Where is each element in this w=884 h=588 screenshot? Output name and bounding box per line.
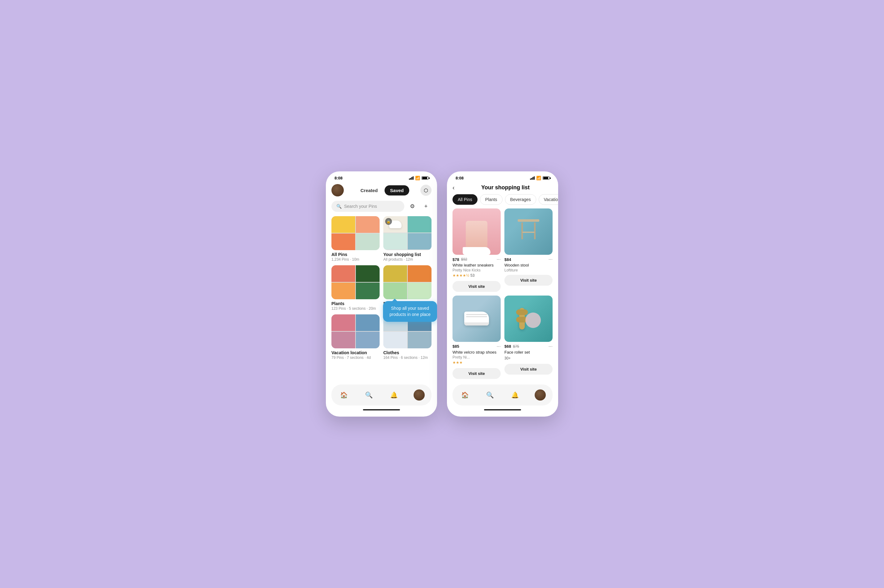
- board-clothes-title: Clothes: [383, 350, 431, 355]
- product-sneakers[interactable]: $78 $92 ··· White leather sneakers Prett…: [453, 208, 501, 292]
- search-input-wrap[interactable]: 🔍 Search your Pins: [332, 201, 404, 212]
- tooltip-bubble: Shop all your saved products in one plac…: [383, 301, 437, 322]
- stars-row-velcro: ★★★: [453, 360, 501, 365]
- board-shopping-list[interactable]: 🔒 Your shopping list All products · 12m: [383, 216, 431, 262]
- price-current-stool: $84: [504, 257, 511, 262]
- status-bar-1: 8:08 📶: [326, 171, 437, 182]
- product-name-velcro: White velcro strap shoes: [453, 350, 501, 355]
- search-placeholder: Search your Pins: [344, 204, 377, 209]
- wifi-icon-2: 📶: [536, 176, 541, 180]
- price-current-roller: $68: [504, 344, 511, 349]
- visit-btn-stool[interactable]: Visit site: [504, 275, 552, 286]
- filter-tab-vacation[interactable]: Vacation: [539, 194, 558, 205]
- settings-icon[interactable]: ⬡: [420, 184, 431, 196]
- filter-tab-plants[interactable]: Plants: [480, 194, 503, 205]
- review-count-sneakers: 53: [470, 273, 474, 278]
- product-sneakers-image: [453, 208, 501, 255]
- filter-icon[interactable]: ⚙: [407, 201, 418, 212]
- stars-row-sneakers: ★★★★½ 53: [453, 273, 501, 278]
- product-velcro-image: [453, 296, 501, 342]
- velcro-shoe-shape: [464, 312, 489, 326]
- product-sneakers-info: $78 $92 ··· White leather sneakers Prett…: [453, 256, 501, 292]
- price-current-sneakers: $78: [453, 257, 459, 262]
- product-roller-info: $68 $75 ··· Face roller set 30+ Visit si…: [504, 344, 552, 375]
- bottom-nav-2: 🏠 🔍 🔔: [453, 384, 552, 405]
- roller-set-shape: [516, 303, 541, 334]
- board-plants-images: [332, 265, 380, 299]
- board-shopping-meta: All products · 12m: [383, 257, 431, 262]
- price-current-velcro: $85: [453, 344, 459, 349]
- filter-tabs: All Pins Plants Beverages Vacation C: [447, 194, 558, 208]
- status-bar-2: 8:08 📶: [447, 171, 558, 182]
- board-vacation[interactable]: Vacation location 79 Pins · 7 sections ·…: [332, 314, 380, 360]
- add-icon[interactable]: +: [420, 201, 431, 212]
- product-roller-image: [504, 296, 552, 342]
- board-all-pins-images: [332, 216, 380, 250]
- board-beverages-images: [383, 265, 431, 299]
- nav-profile-2[interactable]: [533, 388, 548, 402]
- product-roller[interactable]: $68 $75 ··· Face roller set 30+ Visit si…: [504, 296, 552, 379]
- bottom-nav-1: 🏠 🔍 🔔: [332, 384, 431, 405]
- status-icons-2: 📶: [530, 176, 549, 180]
- nav-notifications[interactable]: 🔔: [387, 388, 402, 402]
- search-icon: 🔍: [336, 204, 342, 209]
- time-2: 8:08: [456, 176, 464, 180]
- board-shopping-images: 🔒: [383, 216, 431, 250]
- board-shopping-title: Your shopping list: [383, 252, 431, 257]
- product-stool[interactable]: $84 ··· Wooden stool Loftiture Visit sit…: [504, 208, 552, 292]
- nav-notifications-2[interactable]: 🔔: [508, 388, 522, 402]
- profile-header: Created Saved ⬡: [326, 182, 437, 200]
- product-velcro[interactable]: $85 ··· White velcro strap shoes Pretty …: [453, 296, 501, 379]
- phone2-header: ‹ Your shopping list: [447, 182, 558, 194]
- signal-icon-2: [530, 176, 535, 180]
- more-options-stool[interactable]: ···: [549, 256, 552, 262]
- tab-created[interactable]: Created: [355, 185, 383, 195]
- battery-icon-2: [543, 176, 549, 180]
- board-all-pins-meta: 1,234 Pins · 10m: [332, 257, 380, 262]
- stars-sneakers: ★★★★½: [453, 273, 469, 278]
- nav-home[interactable]: 🏠: [337, 388, 351, 402]
- filter-tab-all-pins[interactable]: All Pins: [453, 194, 477, 205]
- phone-2: 8:08 📶 ‹ Your shopping list: [447, 171, 558, 417]
- visit-btn-sneakers[interactable]: Visit site: [453, 281, 501, 292]
- board-vacation-images: [332, 314, 380, 348]
- product-name-sneakers: White leather sneakers: [453, 263, 501, 268]
- price-original-roller: $75: [513, 344, 519, 349]
- avatar[interactable]: [332, 184, 344, 196]
- nav-profile[interactable]: [412, 388, 426, 402]
- shoe-shape: [463, 247, 491, 255]
- stool-shape: [519, 219, 538, 244]
- price-row-stool: $84 ···: [504, 256, 552, 262]
- back-button[interactable]: ‹: [453, 184, 455, 191]
- nav-search[interactable]: 🔍: [362, 388, 377, 402]
- status-icons-1: 📶: [409, 176, 428, 180]
- time-1: 8:08: [335, 176, 342, 180]
- more-options-velcro[interactable]: ···: [497, 344, 501, 349]
- stars-row-roller: 30+: [504, 356, 552, 360]
- product-brand-stool: Loftiture: [504, 268, 552, 272]
- product-brand-velcro: Pretty Ni...: [453, 355, 501, 360]
- nav-home-2[interactable]: 🏠: [458, 388, 473, 402]
- price-row-sneakers: $78 $92 ···: [453, 256, 501, 262]
- product-name-stool: Wooden stool: [504, 263, 552, 268]
- visit-btn-velcro[interactable]: Visit site: [453, 368, 501, 379]
- board-plants[interactable]: Plants 123 Pins · 5 sections · 20m: [332, 265, 380, 310]
- battery-icon: [422, 176, 428, 180]
- tab-saved[interactable]: Saved: [384, 185, 409, 195]
- board-all-pins[interactable]: All Pins 1,234 Pins · 10m: [332, 216, 380, 262]
- phone-1: 8:08 📶 Created Saved: [326, 171, 437, 417]
- board-all-pins-title: All Pins: [332, 252, 380, 257]
- more-options-sneakers[interactable]: ···: [497, 256, 501, 262]
- visit-btn-roller[interactable]: Visit site: [504, 364, 552, 375]
- more-options-roller[interactable]: ···: [549, 344, 552, 349]
- board-plants-title: Plants: [332, 301, 380, 306]
- wifi-icon: 📶: [415, 176, 420, 180]
- price-row-velcro: $85 ···: [453, 344, 501, 349]
- product-grid: $78 $92 ··· White leather sneakers Prett…: [447, 208, 558, 379]
- review-count-roller: 30+: [504, 356, 510, 360]
- price-row-roller: $68 $75 ···: [504, 344, 552, 349]
- nav-search-2[interactable]: 🔍: [483, 388, 498, 402]
- price-original-sneakers: $92: [461, 257, 467, 262]
- home-indicator-2: [484, 409, 521, 410]
- filter-tab-beverages[interactable]: Beverages: [505, 194, 536, 205]
